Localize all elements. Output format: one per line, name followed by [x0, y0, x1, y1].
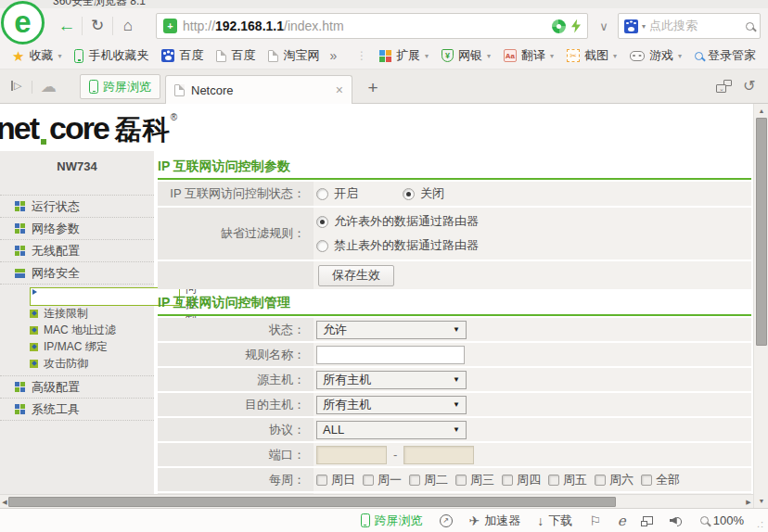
- radio-deny-others[interactable]: [316, 240, 328, 252]
- sidebar-item-network-security[interactable]: 网络安全: [0, 262, 154, 285]
- bookmarks-overflow-icon[interactable]: »: [326, 48, 340, 63]
- sidebar-subitem-mac-filter[interactable]: MAC 地址过滤: [0, 322, 154, 338]
- sidebar-item-wireless-config[interactable]: 无线配置: [0, 240, 154, 262]
- search-engine-caret-icon[interactable]: ▾: [642, 22, 646, 31]
- reopen-closed-tab-icon[interactable]: ↺: [743, 77, 755, 95]
- page-viewport: net core 磊科 ® NW734 运行状态 网络参数: [0, 104, 768, 508]
- refresh-icon[interactable]: ↻: [83, 13, 112, 39]
- form-row-status: 状态： 允许 ▼: [158, 318, 751, 341]
- radio-allow-others[interactable]: [316, 216, 328, 228]
- zoom-control[interactable]: 100%: [700, 513, 744, 527]
- tab-close-icon[interactable]: ×: [336, 82, 343, 97]
- cloud-sync-icon[interactable]: ☁: [41, 77, 57, 96]
- vertical-scrollbar[interactable]: ▲ ▼: [753, 104, 768, 508]
- cross-screen-browse-button[interactable]: 跨屏浏览: [80, 74, 160, 99]
- small-window-icon[interactable]: [643, 516, 653, 525]
- tab-list-icon[interactable]: ⌄: [716, 80, 732, 93]
- online-banking-button[interactable]: ¥ 网银 ▾: [435, 45, 497, 66]
- form-row-protocol: 协议： ALL ▼: [158, 418, 751, 441]
- sidebar-item-system-tools[interactable]: 系统工具: [0, 399, 154, 421]
- router-sidebar: NW734 运行状态 网络参数 无线配置 网络安全: [0, 151, 154, 494]
- rule-name-input[interactable]: [316, 346, 465, 364]
- checkbox-saturday[interactable]: [595, 475, 606, 486]
- save-button[interactable]: 保存生效: [318, 265, 394, 286]
- speed-mode-icon[interactable]: [552, 19, 566, 33]
- menu-grid-icon: [15, 382, 25, 392]
- horizontal-scrollbar[interactable]: ◀ ▶: [0, 494, 753, 508]
- sidebar-subitem-connection-limit[interactable]: 连接限制: [0, 305, 154, 322]
- sidebar-item-advanced-config[interactable]: 高级配置: [0, 376, 154, 399]
- url-history-chevron-icon[interactable]: ∨: [594, 13, 614, 39]
- bookmark-favorites[interactable]: ★ 收藏 ▾: [6, 45, 68, 66]
- download-button[interactable]: ↓ 下载: [537, 513, 572, 529]
- sidebar-item-running-status[interactable]: 运行状态: [0, 196, 154, 218]
- checkbox-monday[interactable]: [363, 475, 374, 486]
- baidu-paw-icon[interactable]: [624, 19, 638, 33]
- tab-netcore[interactable]: Netcore ×: [165, 75, 352, 104]
- chevron-down-icon: ▾: [678, 52, 682, 60]
- translate-button[interactable]: Aa 翻译 ▾: [497, 45, 560, 66]
- bullet-square-icon: [30, 343, 38, 351]
- checkbox-thursday[interactable]: [502, 475, 513, 486]
- source-host-select[interactable]: 所有主机 ▼: [316, 371, 467, 389]
- port-end-input[interactable]: [403, 446, 474, 464]
- home-icon[interactable]: ⌂: [113, 13, 143, 39]
- field-label: IP 互联网访问控制状态：: [158, 182, 314, 206]
- speaker-icon[interactable]: [670, 515, 684, 526]
- vertical-scroll-thumb[interactable]: [756, 118, 767, 346]
- url-text: http://192.168.1.1/index.htm: [183, 19, 344, 33]
- checkbox-tuesday[interactable]: [409, 475, 420, 486]
- bookmark-baidu-2[interactable]: 百度: [210, 45, 262, 66]
- menu-grid-icon: [15, 246, 25, 256]
- checkbox-wednesday[interactable]: [455, 475, 467, 486]
- bullet-square-icon: [30, 326, 38, 335]
- bookmark-taobao[interactable]: 淘宝网: [262, 45, 326, 66]
- games-button[interactable]: 游戏 ▾: [623, 45, 688, 66]
- checkbox-sunday[interactable]: [316, 475, 327, 486]
- scroll-down-icon[interactable]: ▼: [754, 494, 768, 508]
- login-manager-button[interactable]: 登录管家: [688, 45, 762, 66]
- select-caret-icon: ▼: [453, 325, 460, 334]
- status-select[interactable]: 允许 ▼: [316, 321, 467, 339]
- sidebar-subitem-attack-defense[interactable]: 攻击防御: [0, 355, 154, 372]
- site-safety-shield-icon[interactable]: +: [163, 19, 177, 33]
- checkbox-all-days[interactable]: [641, 475, 652, 486]
- sidebar-item-network-params[interactable]: 网络参数: [0, 218, 154, 240]
- radio-disable[interactable]: [403, 188, 415, 200]
- resize-grip-icon[interactable]: .:: [757, 518, 764, 529]
- accelerate-bolt-icon[interactable]: [571, 19, 581, 33]
- scroll-up-icon[interactable]: ▲: [754, 104, 768, 118]
- address-bar[interactable]: + http://192.168.1.1/index.htm: [156, 13, 588, 39]
- new-tab-button[interactable]: +: [362, 78, 384, 98]
- back-icon[interactable]: ←: [52, 13, 82, 39]
- bookmark-baidu[interactable]: 百度: [155, 45, 210, 66]
- site-header: net core 磊科 ®: [0, 104, 753, 151]
- protocol-select[interactable]: ALL ▼: [316, 421, 467, 439]
- speed-gauge-icon[interactable]: ↗: [440, 514, 453, 527]
- sidebar-toggle-icon[interactable]: ▷: [11, 81, 21, 91]
- accelerator-button[interactable]: ✈ 加速器: [469, 513, 521, 529]
- proxy-e-icon[interactable]: e: [618, 513, 626, 529]
- status-bar: 跨屏浏览 ↗ ✈ 加速器 ↓ 下载 ⚐ e 100% .:: [0, 508, 768, 532]
- sidebar-subitem-access-control[interactable]: 访问控制: [0, 288, 154, 305]
- port-start-input[interactable]: [316, 446, 387, 464]
- nav-button-group: ← ↻ ⌂: [52, 12, 143, 39]
- download-arrow-icon: ↓: [537, 513, 544, 528]
- horizontal-scroll-thumb[interactable]: [8, 497, 616, 507]
- search-box[interactable]: ▾ 点此搜索: [618, 13, 761, 39]
- screenshot-button[interactable]: ✂ 截图 ▾: [560, 45, 623, 66]
- browser-logo[interactable]: e: [1, 1, 45, 44]
- bookmark-mobile-favorites[interactable]: 手机收藏夹: [68, 45, 155, 66]
- radio-enable[interactable]: [316, 188, 328, 200]
- checkbox-friday[interactable]: [548, 475, 559, 486]
- flag-icon[interactable]: ⚐: [589, 513, 601, 528]
- select-caret-icon: ▼: [453, 375, 460, 384]
- extensions-button[interactable]: 扩展 ▾: [373, 45, 435, 66]
- statusbar-cross-screen-button[interactable]: 跨屏浏览: [361, 513, 423, 529]
- form-row-rule-name: 规则名称：: [158, 343, 751, 366]
- scroll-right-icon[interactable]: ▶: [744, 495, 753, 509]
- sidebar-subitem-ip-mac-binding[interactable]: IP/MAC 绑定: [0, 338, 154, 355]
- search-icon[interactable]: [746, 22, 754, 31]
- dest-host-select[interactable]: 所有主机 ▼: [316, 396, 467, 414]
- browser-toolbar: ← ↻ ⌂ + http://192.168.1.1/index.htm ∨ ▾…: [0, 8, 768, 43]
